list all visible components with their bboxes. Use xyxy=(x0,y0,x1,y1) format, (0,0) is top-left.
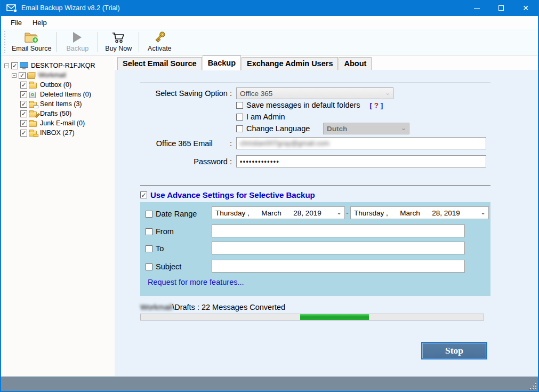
tree-folder-checkbox[interactable]: ✓ xyxy=(20,101,27,108)
tree-root-item[interactable]: − ✓ DESKTOP-R1FJKQR xyxy=(4,61,114,70)
tree-folder-checkbox[interactable]: ✓ xyxy=(20,91,27,98)
subject-field[interactable] xyxy=(212,260,465,273)
from-input[interactable] xyxy=(215,227,461,235)
tree-root-label: DESKTOP-R1FJKQR xyxy=(31,62,95,69)
tab-select-email-source[interactable]: Select Email Source xyxy=(117,57,202,70)
backup-tab-content: Select Saving Option : Office 365 ⌄ Save… xyxy=(115,70,538,376)
trash-icon xyxy=(29,91,38,98)
stop-button[interactable]: Stop xyxy=(421,342,487,359)
subject-label: Subject xyxy=(156,262,181,271)
office365-email-label: Office 365 Email : xyxy=(115,139,232,148)
to-checkbox[interactable] xyxy=(146,245,152,252)
tree-account-item[interactable]: − ✓ Workmail xyxy=(12,70,114,80)
maximize-button[interactable] xyxy=(489,0,513,16)
saving-option-value: Office 365 xyxy=(240,90,272,98)
tree-folder-sent-items[interactable]: ✓ Sent Items (3) xyxy=(20,99,114,109)
subject-checkbox[interactable] xyxy=(146,263,152,270)
date-range-label: Date Range xyxy=(156,210,197,218)
divider xyxy=(140,83,490,83)
date-range-checkbox[interactable] xyxy=(146,211,152,218)
email-source-label: Email Source xyxy=(12,45,51,52)
from-checkbox[interactable] xyxy=(146,228,152,235)
right-pane: Select Email Source Backup Exchange Admi… xyxy=(115,55,538,376)
subject-row: Subject xyxy=(146,262,181,271)
tab-about[interactable]: About xyxy=(339,57,372,70)
date-to-dropdown[interactable]: Thursday , March 28, 2019 ⌄ xyxy=(350,206,489,219)
toolbar: Email Source Backup Buy Now xyxy=(1,29,538,55)
computer-icon xyxy=(20,62,29,69)
tree-folder-label: Junk E-mail (0) xyxy=(40,119,85,127)
date-from-dropdown[interactable]: Thursday , March 28, 2019 ⌄ xyxy=(212,206,345,219)
language-dropdown[interactable]: Dutch ⌄ xyxy=(323,123,409,134)
tree-folder-deleted-items[interactable]: ✓ Deleted Items (0) xyxy=(20,90,114,99)
folder-icon xyxy=(29,119,38,127)
resize-grip-icon[interactable] xyxy=(530,383,536,389)
tree-folder-label: Outbox (0) xyxy=(40,81,71,89)
app-window: Email Backup Wizard v8.2 (Trial) ✕ File … xyxy=(0,0,539,392)
toolbar-separator xyxy=(98,32,98,52)
office365-email-field[interactable]: christian007gray@gmail.com xyxy=(236,137,486,149)
status-bar xyxy=(1,376,538,391)
from-row: From xyxy=(146,227,174,236)
email-source-button[interactable]: Email Source xyxy=(7,29,55,55)
subject-input[interactable] xyxy=(215,262,461,270)
tree-folder-label: Sent Items (3) xyxy=(40,100,82,108)
menu-file[interactable]: File xyxy=(5,17,27,28)
to-label: To xyxy=(156,244,164,253)
tree-folder-checkbox[interactable]: ✓ xyxy=(20,130,27,137)
tree-folder-outbox[interactable]: ✓ Outbox (0) xyxy=(20,80,114,90)
backup-label: Backup xyxy=(66,45,89,52)
progress-bar xyxy=(140,314,484,321)
folder-icon xyxy=(29,81,38,89)
tree-account-checkbox[interactable]: ✓ xyxy=(19,72,26,79)
collapse-icon[interactable]: − xyxy=(12,73,17,78)
i-am-admin-label: I am Admin xyxy=(246,113,285,121)
to-input[interactable] xyxy=(215,244,461,252)
divider xyxy=(140,185,490,186)
advance-settings-checkbox[interactable]: ✓ xyxy=(140,191,147,198)
tree-folder-inbox[interactable]: ✓ INBOX (27) xyxy=(20,128,114,138)
collapse-icon[interactable]: − xyxy=(4,63,9,68)
tree-folder-checkbox[interactable]: ✓ xyxy=(20,120,27,127)
progress-message: \Drafts : 22 Messages Converted xyxy=(172,303,285,311)
key-icon xyxy=(152,30,166,44)
i-am-admin-checkbox[interactable] xyxy=(236,114,243,121)
tab-exchange-admin-users[interactable]: Exchange Admin Users xyxy=(242,57,338,70)
change-language-checkbox[interactable] xyxy=(236,125,243,132)
activate-button[interactable]: Activate xyxy=(140,29,179,55)
advance-settings-label: Use Advance Settings for Selective Backu… xyxy=(150,190,315,199)
saving-option-dropdown[interactable]: Office 365 ⌄ xyxy=(236,87,393,99)
change-language-label: Change Language xyxy=(246,124,310,133)
title-bar: Email Backup Wizard v8.2 (Trial) ✕ xyxy=(1,0,538,16)
folder-tree: − ✓ DESKTOP-R1FJKQR − ✓ Workmail ✓ Outbo… xyxy=(1,55,115,376)
main-area: − ✓ DESKTOP-R1FJKQR − ✓ Workmail ✓ Outbo… xyxy=(1,55,538,376)
toolbar-grip xyxy=(3,31,6,53)
activate-label: Activate xyxy=(148,45,171,52)
tab-backup[interactable]: Backup xyxy=(203,55,241,70)
tree-folder-checkbox[interactable]: ✓ xyxy=(20,82,27,89)
chevron-down-icon: ⌄ xyxy=(336,209,342,216)
from-field[interactable] xyxy=(212,225,465,237)
backup-button[interactable]: Backup xyxy=(58,29,96,55)
close-button[interactable]: ✕ xyxy=(513,0,538,16)
tree-folder-checkbox[interactable]: ✓ xyxy=(20,110,27,117)
buy-now-label: Buy Now xyxy=(105,45,132,52)
tree-folder-label: Drafts (50) xyxy=(40,110,71,117)
buy-now-button[interactable]: Buy Now xyxy=(99,29,138,55)
help-link[interactable]: [ ? ] xyxy=(370,101,383,109)
folder-sent-icon xyxy=(29,100,38,108)
tree-folder-drafts[interactable]: ✓ Drafts (50) xyxy=(20,109,114,118)
request-features-link[interactable]: Request for more features... xyxy=(148,278,244,286)
default-folders-row: Save messages in default folders [ ? ] xyxy=(236,101,383,109)
default-folders-checkbox[interactable] xyxy=(236,102,243,109)
progress-bar-chunk xyxy=(300,314,369,320)
language-value: Dutch xyxy=(327,125,347,133)
minimize-button[interactable] xyxy=(464,0,489,16)
password-field[interactable]: ••••••••••••• xyxy=(236,155,486,167)
to-field[interactable] xyxy=(212,242,465,254)
date-from-value: Thursday , March 28, 2019 xyxy=(215,209,321,217)
tree-folder-junk[interactable]: ✓ Junk E-mail (0) xyxy=(20,118,114,128)
default-folders-label: Save messages in default folders xyxy=(246,101,360,109)
tree-root-checkbox[interactable]: ✓ xyxy=(11,62,18,69)
menu-help[interactable]: Help xyxy=(27,17,52,28)
